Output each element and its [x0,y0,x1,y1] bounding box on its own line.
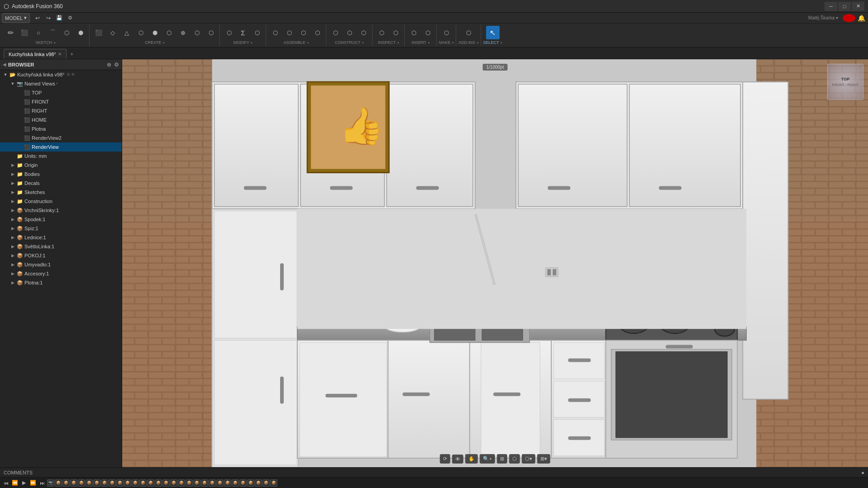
tree-item-front[interactable]: ▶ ⬛ FRONT [0,97,122,106]
timeline-step-28[interactable]: 📦 [255,479,262,487]
main-tab[interactable]: Kuchyňská linka v98° ✕ [4,49,67,59]
redo-btn[interactable]: ↪ [43,13,53,23]
new-tab-btn[interactable]: + [67,50,76,59]
timeline-step-26[interactable]: 📦 [239,479,247,487]
tree-item-bodies[interactable]: ▶ 📁 Bodies [0,170,122,179]
notification-btn[interactable]: 🔔 [856,13,866,23]
tree-item-vrchni[interactable]: ▶ 📦 VrchniSkrinky:1 [0,206,122,215]
construct-btn-1[interactable]: ⬡ [329,26,342,39]
insert-btn-2[interactable]: ⬡ [421,26,434,39]
record-btn[interactable] [843,14,855,22]
timeline-step-20[interactable]: 📦 [193,479,200,487]
sketch-btn-1[interactable]: ✏ [4,26,17,39]
tree-item-spiz[interactable]: ▶ 📦 Spiz:1 [0,224,122,233]
construct-btn-3[interactable]: ⬡ [357,26,370,39]
create-btn-6[interactable]: ⬡ [162,26,176,39]
timeline-step-8[interactable]: 📦 [101,479,108,487]
minimize-button[interactable]: ─ [825,2,837,11]
sketch-btn-6[interactable]: ⬢ [74,26,87,39]
timeline-step-19[interactable]: 📦 [186,479,193,487]
tab-close-btn[interactable]: ✕ [58,52,62,57]
tree-item-plotna1[interactable]: ▶ 📦 Plotna:1 [0,278,122,287]
viewport[interactable]: 👍 TOP FRONT / RIGHT [122,59,868,467]
assemble-btn-3[interactable]: ⬡ [296,26,310,39]
timeline-step-5[interactable]: 📦 [78,479,85,487]
create-btn-7[interactable]: ⊕ [176,26,190,39]
pan-btn[interactable]: ✋ [465,454,478,464]
play-btn[interactable]: ▶ [20,479,28,487]
view-cube-btn[interactable]: ⬡ [509,454,520,464]
play-next-btn[interactable]: ⏩ [29,479,37,487]
timeline-step-15[interactable]: 📦 [155,479,162,487]
timeline-step-23[interactable]: 📦 [216,479,224,487]
tree-item-renderview[interactable]: ▶ ⬛ RenderView [0,142,122,152]
create-btn-8[interactable]: ⬡ [190,26,204,39]
undo-btn[interactable]: ↩ [33,13,43,23]
addins-btn-1[interactable]: ⬡ [462,26,475,39]
timeline-step-29[interactable]: 📦 [262,479,270,487]
select-btn-1[interactable]: ↖ [486,26,500,39]
look-at-btn[interactable]: 👁 [452,455,463,464]
create-btn-2[interactable]: ◇ [106,26,119,39]
timeline-step-10[interactable]: 📦 [116,479,124,487]
make-btn-1[interactable]: ⬡ [440,26,453,39]
timeline-step-7[interactable]: 📦 [93,479,100,487]
timeline-step-30[interactable]: 📦 [270,479,277,487]
timeline-step-21[interactable]: 📦 [201,479,208,487]
create-btn-1[interactable]: ⬛ [92,26,105,39]
nav-cube[interactable]: TOP FRONT / RIGHT [827,64,863,100]
create-btn-9[interactable]: ⬡ [204,26,218,39]
save-btn[interactable]: 💾 [54,13,64,23]
zoom-extend-btn[interactable]: ⊞ [497,454,507,464]
tree-item-svetlo[interactable]: ▶ 📦 SvětloLinka:1 [0,242,122,251]
timeline-step-12[interactable]: 📦 [132,479,139,487]
sketch-btn-5[interactable]: ⬡ [60,26,73,39]
modify-btn-3[interactable]: ⬡ [250,26,264,39]
display-settings-btn[interactable]: ⬡▾ [522,454,535,464]
model-dropdown[interactable]: MODEL ▾ [2,13,30,23]
timeline-step-25[interactable]: 📦 [232,479,239,487]
tree-item-home[interactable]: ▶ ⬛ HOME [0,115,122,124]
play-end-btn[interactable]: ⏭ [38,479,46,487]
tree-root[interactable]: ▼ 📂 Kuchyňská linka v98° ⚙ 👁 [0,70,122,79]
sketch-btn-4[interactable]: ⌒ [46,26,59,39]
sketch-btn-3[interactable]: ○ [32,26,45,39]
modify-btn-1[interactable]: ⬡ [222,26,236,39]
browser-settings-btn[interactable]: ⚙ [114,62,119,68]
inspect-btn-2[interactable]: ⬡ [389,26,402,39]
tree-item-umyvadlo[interactable]: ▶ 📦 Umyvadlo:1 [0,260,122,269]
timeline-step-1[interactable]: 📷 [47,479,54,487]
timeline-step-18[interactable]: 📦 [178,479,185,487]
orbit-btn[interactable]: ⟳ [440,454,450,464]
tree-item-origin[interactable]: ▶ 📁 Origin [0,161,122,170]
timeline-step-27[interactable]: 📦 [247,479,254,487]
create-btn-5[interactable]: ⬢ [148,26,162,39]
assemble-btn-2[interactable]: ⬡ [282,26,296,39]
tree-item-sketches[interactable]: ▶ 📁 Sketches [0,188,122,197]
timeline-step-4[interactable]: 📦 [70,479,77,487]
maximize-button[interactable]: □ [838,2,851,11]
timeline-step-9[interactable]: 📦 [109,479,116,487]
modify-btn-2[interactable]: Σ [236,26,250,39]
insert-btn-1[interactable]: ⬡ [407,26,420,39]
settings-btn[interactable]: ⚙ [65,13,75,23]
tree-item-spodek[interactable]: ▶ 📦 Spodek:1 [0,215,122,224]
play-start-btn[interactable]: ⏮ [2,479,10,487]
tree-item-right[interactable]: ▶ ⬛ RIGHT [0,106,122,115]
timeline-step-3[interactable]: 📦 [62,479,70,487]
tree-item-accesory[interactable]: ▶ 📦 Accesory:1 [0,269,122,278]
assemble-btn-1[interactable]: ⬡ [268,26,282,39]
tree-item-named-views[interactable]: ▼ 📷 Named Views ▾ [0,79,122,88]
comments-expand-icon[interactable]: ● [861,470,864,475]
assemble-btn-4[interactable]: ⬡ [310,26,324,39]
timeline-step-13[interactable]: 📦 [139,479,147,487]
timeline-step-2[interactable]: 📦 [55,479,62,487]
tree-item-renderview2[interactable]: ▶ ⬛ RenderView2 [0,133,122,142]
inspect-btn-1[interactable]: ⬡ [375,26,388,39]
tree-item-top[interactable]: ▶ ⬛ TOP [0,88,122,97]
play-prev-btn[interactable]: ⏪ [11,479,19,487]
construct-btn-2[interactable]: ⬡ [343,26,356,39]
tree-item-pokoj[interactable]: ▶ 📦 POKOJ:1 [0,251,122,260]
sketch-btn-2[interactable]: ⬛ [18,26,31,39]
timeline-step-14[interactable]: 📦 [147,479,154,487]
